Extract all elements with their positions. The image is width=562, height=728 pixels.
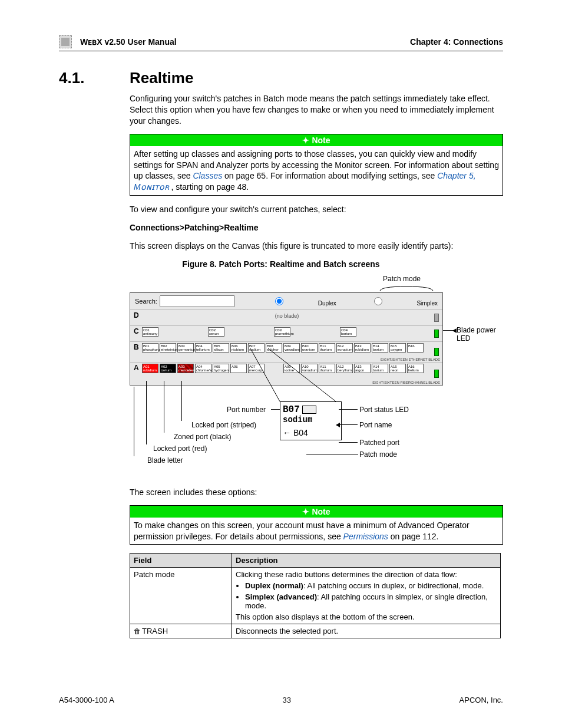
note-box-2: ✦ Note To make changes on this screen, y… [130, 505, 503, 545]
callout-blade-power-led: Blade power LED [457, 326, 501, 342]
field-description-table: Field Description Patch mode Clicking th… [130, 553, 501, 638]
port-b05[interactable]: B05 silicon [213, 343, 229, 353]
zoom-patched-arrow: ← B04 [283, 428, 339, 437]
note1-label: Note [312, 136, 330, 145]
callout-locked-red: Locked port (red) [153, 444, 207, 453]
td-field-trash: TRASH [130, 624, 232, 638]
header-product: WᴇʙX [80, 37, 103, 47]
port-b04[interactable]: B04 tellurium [195, 343, 211, 353]
callout-blade-letter: Blade letter [147, 456, 183, 465]
port-c01[interactable]: C01 antimony [142, 327, 158, 337]
bullet-duplex-bold: Duplex (normal) [245, 581, 303, 590]
note2-body: To make changes on this screen, your acc… [130, 518, 503, 545]
blade-letter-a: A [134, 364, 142, 372]
th-field: Field [130, 554, 232, 568]
port-a02[interactable]: A02 cerium [160, 364, 176, 373]
bullet-duplex-rest: : All patching occurs in duplex, or bidi… [303, 581, 484, 590]
port-b06[interactable]: B06 niobium [230, 343, 247, 353]
port-b11[interactable]: B11 thorium [319, 343, 335, 353]
port-a12[interactable]: A12 beryllium [336, 364, 353, 373]
port-b10[interactable]: B10 uranium [301, 343, 318, 353]
note-head-1: ✦ Note [130, 134, 503, 146]
port-a01[interactable]: A01 rubidium [142, 364, 158, 373]
table-header-row: Field Description [130, 554, 501, 568]
zoom-port-name: sodium [283, 415, 339, 424]
port-b03[interactable]: B03 germanium [177, 343, 194, 353]
port-c03[interactable]: C03 promethium [274, 327, 290, 337]
port-b01[interactable]: B01 phosphorus [142, 343, 158, 353]
zoom-port-number: B07 [283, 404, 300, 415]
callout-port-number: Port number [227, 406, 266, 414]
link-classes[interactable]: Classes [193, 171, 222, 180]
callout-locked-striped: Locked port (striped) [191, 421, 256, 429]
note2-label: Note [312, 507, 330, 516]
zoom-port-box: B07 sodium ← B04 [280, 401, 342, 440]
note-box-1: ✦ Note After setting up classes and assi… [130, 134, 503, 196]
port-a15[interactable]: A15 neon [389, 364, 406, 373]
header-chapter: Chapter 4: Connections [410, 37, 503, 47]
port-c02[interactable]: C02 xenon [208, 327, 224, 337]
bullet-duplex: Duplex (normal): All patching occurs in … [245, 581, 497, 590]
port-a04[interactable]: A04 chlorine/sodium [195, 364, 211, 373]
port-a03[interactable]: A03 mendelevium [177, 364, 194, 373]
callout-port-name: Port name [359, 421, 392, 429]
port-a13[interactable]: A13 argon [354, 364, 371, 373]
blade-row-d: D (no blade) [130, 309, 442, 325]
ports-c: C01 antimony C02 xenon C03 promethium C0… [142, 327, 432, 337]
port-a05[interactable]: A05 hydrogen [213, 364, 229, 373]
table-row-trash: TRASH Disconnects the selected port. [130, 624, 501, 638]
nav-path: Connections>Patching>Realtime [130, 222, 503, 233]
panel-toolbar: Search: Duplex Simplex [130, 293, 442, 309]
brace-icon [377, 283, 436, 292]
port-b14[interactable]: B14 barium [372, 343, 388, 353]
led-c [434, 330, 439, 338]
blade-letter-b: B [134, 343, 142, 351]
port-b09[interactable]: B09 vanadium [283, 343, 300, 353]
link-permissions[interactable]: Permissions [343, 532, 388, 541]
port-b12[interactable]: B12 europium [336, 343, 353, 353]
search-input[interactable] [160, 295, 235, 307]
port-a09[interactable]: A09 iodine [283, 364, 300, 373]
patch-mode-radio-group: Duplex Simplex [239, 295, 438, 307]
radio-simplex-input[interactable] [343, 297, 414, 305]
led-b [434, 348, 439, 356]
footer-right-sc: PCON [464, 696, 487, 704]
port-a16[interactable]: A16 helium [407, 364, 424, 373]
blade-name-b: EIGHT/SIXTEEN ETHERNET BLADE [381, 358, 440, 361]
radio-simplex[interactable]: Simplex [340, 300, 438, 307]
port-b07[interactable]: B07 sodium [248, 343, 265, 353]
para3: This screen displays on the Canvas (this… [130, 241, 503, 252]
radio-duplex-input[interactable] [244, 297, 315, 305]
port-b02[interactable]: B02 einsteinium [160, 343, 176, 353]
port-a11[interactable]: A11 thorium [319, 364, 335, 373]
blade-letter-c: C [134, 327, 142, 335]
zoom-port-led [302, 406, 316, 414]
figure-caption: Figure 8. Patch Ports: Realtime and Batc… [59, 259, 503, 270]
radio-simplex-label: Simplex [416, 300, 438, 307]
port-b13[interactable]: B13 rubidium [354, 343, 371, 353]
port-b16[interactable]: B16 [407, 343, 424, 353]
port-a14[interactable]: A14 barium [372, 364, 388, 373]
callout-port-status-led: Port status LED [359, 406, 409, 414]
port-a10[interactable]: A10 vanadium [301, 364, 318, 373]
radio-duplex[interactable]: Duplex [242, 300, 336, 307]
patch-mode-lead: Clicking these radio buttons determines … [236, 570, 497, 579]
section-heading: 4.1. Realtime [59, 69, 503, 87]
para4: The screen includes these options: [130, 487, 503, 498]
table-row-patch-mode: Patch mode Clicking these radio buttons … [130, 568, 501, 624]
patch-panel: Search: Duplex Simplex D (no blade) C C0… [130, 292, 443, 386]
td-desc-patch-mode: Clicking these radio buttons determines … [232, 568, 501, 624]
note1-post: , starting on page 48. [171, 182, 249, 192]
section-number: 4.1. [59, 69, 130, 87]
port-a06[interactable]: A06 [230, 364, 247, 373]
para2: To view and configure your switch's curr… [130, 204, 503, 215]
port-b15[interactable]: B15 oxygen [389, 343, 406, 353]
port-a07[interactable]: A07 mercury [248, 364, 265, 373]
header-manual: v2.50 User Manual [104, 37, 176, 47]
port-b08[interactable]: B08 sulphur [266, 343, 282, 353]
callout-patch-mode-top: Patch mode [383, 275, 421, 283]
port-c04[interactable]: C04 barium [340, 327, 356, 337]
ports-a: A01 rubidium A02 cerium A03 mendelevium … [142, 364, 432, 373]
td-desc-trash: Disconnects the selected port. [232, 624, 501, 638]
led-a [434, 370, 439, 378]
